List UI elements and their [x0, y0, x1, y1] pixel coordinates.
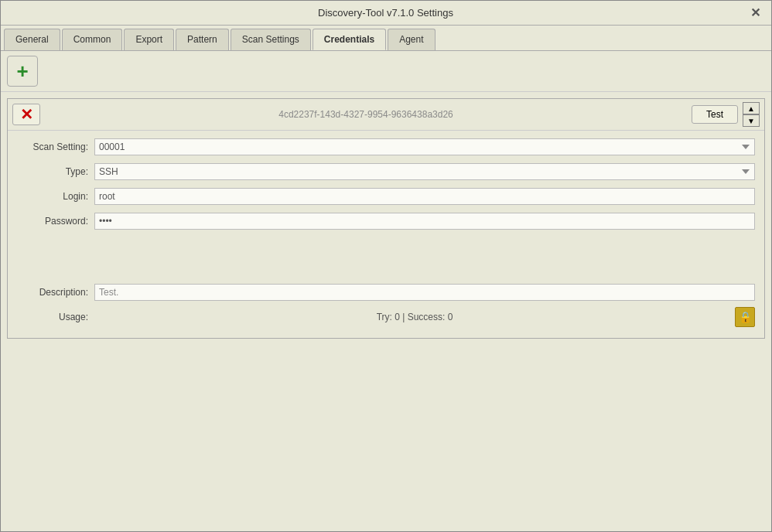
tab-credentials[interactable]: Credentials — [313, 29, 386, 50]
scroll-up-button[interactable]: ▲ — [743, 102, 760, 114]
scan-setting-label: Scan Setting: — [17, 142, 94, 152]
content-area: ✕ 4cd2237f-143d-4327-9954-9636438a3d26 T… — [1, 92, 771, 531]
scan-setting-select[interactable]: 00001 — [94, 138, 755, 155]
tab-general[interactable]: General — [4, 29, 60, 50]
main-window: Discovery-Tool v7.1.0 Settings ✕ General… — [0, 0, 772, 532]
tab-export[interactable]: Export — [124, 29, 174, 50]
close-button[interactable]: ✕ — [747, 5, 763, 20]
tab-pattern[interactable]: Pattern — [176, 29, 229, 50]
credential-panel: ✕ 4cd2237f-143d-4327-9954-9636438a3d26 T… — [7, 98, 765, 339]
title-bar: Discovery-Tool v7.1.0 Settings ✕ — [1, 1, 771, 26]
tab-agent[interactable]: Agent — [388, 29, 435, 50]
empty-space — [7, 339, 765, 493]
description-input[interactable] — [94, 284, 755, 301]
scroll-down-button[interactable]: ▼ — [743, 114, 760, 127]
form-spacer — [17, 236, 755, 282]
credential-id: 4cd2237f-143d-4327-9954-9636438a3d26 — [45, 109, 687, 120]
credential-header: ✕ 4cd2237f-143d-4327-9954-9636438a3d26 T… — [8, 99, 764, 131]
delete-credential-button[interactable]: ✕ — [12, 104, 40, 125]
lock-icon: 🔒 — [735, 307, 755, 327]
scan-setting-row: Scan Setting: 00001 — [17, 137, 755, 157]
type-row: Type: SSH — [17, 162, 755, 182]
form-area: Scan Setting: 00001 Type: SSH Login: — [8, 131, 764, 338]
password-label: Password: — [17, 216, 94, 227]
description-label: Description: — [17, 287, 94, 298]
plus-icon: + — [16, 60, 28, 84]
type-select[interactable]: SSH — [94, 163, 755, 180]
password-row: Password: — [17, 211, 755, 231]
scroll-controls: ▲ ▼ — [743, 102, 760, 127]
description-row: Description: — [17, 282, 755, 302]
add-credential-button[interactable]: + — [7, 56, 38, 87]
chevron-up-icon: ▲ — [747, 104, 755, 113]
usage-row: Usage: Try: 0 | Success: 0 🔒 — [17, 307, 755, 327]
tab-bar: General Common Export Pattern Scan Setti… — [1, 26, 771, 51]
tab-common[interactable]: Common — [62, 29, 123, 50]
delete-icon: ✕ — [20, 107, 33, 122]
chevron-down-icon: ▼ — [747, 117, 755, 125]
type-label: Type: — [17, 166, 94, 177]
tab-scan-settings[interactable]: Scan Settings — [231, 29, 311, 50]
login-row: Login: — [17, 186, 755, 206]
toolbar: + — [1, 51, 771, 92]
test-button[interactable]: Test — [692, 105, 738, 124]
window-title: Discovery-Tool v7.1.0 Settings — [24, 7, 747, 19]
login-label: Login: — [17, 191, 94, 202]
password-input[interactable] — [94, 213, 755, 230]
usage-value: Try: 0 | Success: 0 — [94, 312, 735, 322]
usage-label: Usage: — [17, 312, 94, 322]
login-input[interactable] — [94, 188, 755, 205]
